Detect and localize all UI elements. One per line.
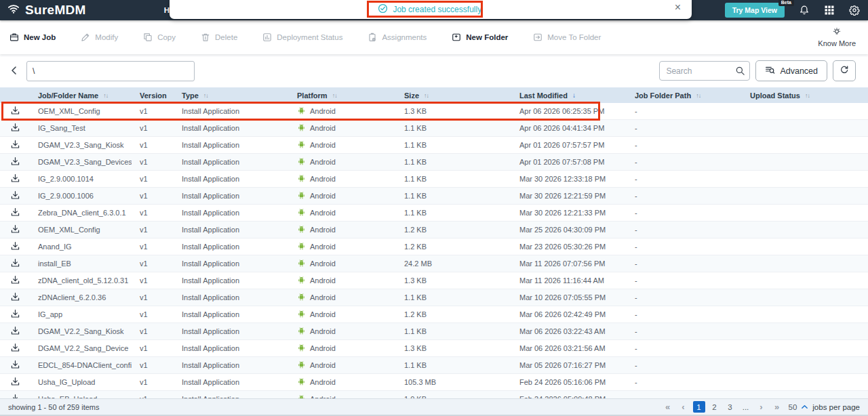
download-job-button[interactable]: [0, 275, 30, 287]
download-job-button[interactable]: [0, 123, 30, 134]
column-header-version[interactable]: Version: [132, 91, 174, 100]
folder-path-input[interactable]: [26, 61, 195, 81]
download-job-button[interactable]: [0, 343, 30, 354]
download-job-button[interactable]: [0, 292, 30, 304]
gear-icon[interactable]: [848, 5, 860, 16]
job-size: 1.1 KB: [396, 124, 511, 132]
download-job-button[interactable]: [0, 224, 30, 236]
job-type: Install Application: [174, 226, 289, 234]
table-row[interactable]: IG_2.9.000.1014v1Install ApplicationAndr…: [0, 171, 868, 188]
download-job-button[interactable]: [0, 207, 30, 219]
new-job-button[interactable]: New Job: [9, 33, 56, 42]
sort-icon[interactable]: ↑↓: [332, 92, 337, 99]
job-size: 1.1 KB: [396, 175, 511, 183]
refresh-button[interactable]: [833, 60, 856, 81]
table-row[interactable]: DGAM_V2.3_Sang_Devicesv1Install Applicat…: [0, 154, 868, 171]
chevron-left-icon[interactable]: [9, 66, 20, 77]
page-nav-button[interactable]: »: [771, 401, 783, 413]
download-job-button[interactable]: [0, 241, 30, 253]
table-row[interactable]: zDNAclient_6.2.0.36v1Install Application…: [0, 289, 868, 306]
page-number-button[interactable]: ...: [740, 401, 752, 413]
column-header-size[interactable]: Size↑↓: [396, 91, 511, 100]
table-row[interactable]: IG_appv1Install ApplicationAndroid1.2 KB…: [0, 306, 868, 323]
column-header-job-folder-path[interactable]: Job Folder Path↑↓: [627, 91, 742, 100]
chevron-up-icon[interactable]: [801, 403, 808, 411]
download-job-button[interactable]: [0, 394, 30, 399]
column-header-job-folder-name[interactable]: Job/Folder Name↑↓: [30, 91, 132, 100]
table-row[interactable]: OEM_XML_Configv1Install ApplicationAndro…: [0, 103, 868, 120]
column-label: Last Modified: [519, 91, 568, 100]
job-last-modified: Mar 30 2026 12:33:18 PM: [511, 175, 627, 183]
job-folder-path: -: [627, 243, 742, 251]
column-header-platform[interactable]: Platform↑↓: [289, 91, 396, 100]
know-more-button[interactable]: Know More: [818, 27, 856, 47]
download-job-button[interactable]: [0, 106, 30, 117]
download-icon: [10, 377, 20, 388]
job-type: Install Application: [174, 175, 289, 183]
column-header-type[interactable]: Type↑↓: [174, 91, 289, 100]
bell-icon[interactable]: [798, 5, 810, 16]
download-job-button[interactable]: [0, 173, 30, 185]
page-number-button[interactable]: 1: [693, 401, 705, 413]
table-row[interactable]: IG_Sang_Testv1Install ApplicationAndroid…: [0, 120, 868, 137]
download-job-button[interactable]: [0, 140, 30, 151]
job-size: 1.1 KB: [396, 158, 511, 166]
column-header-last-modified[interactable]: Last Modified↓: [511, 91, 627, 100]
close-icon[interactable]: ×: [675, 1, 681, 14]
per-page-count[interactable]: 50: [789, 403, 797, 411]
page-number-button[interactable]: 2: [709, 401, 721, 413]
table-row[interactable]: DGAM_V2.3_Sang_Kioskv1Install Applicatio…: [0, 137, 868, 154]
table-row[interactable]: zDNA_client_old_5.12.0.31v1Install Appli…: [0, 272, 868, 289]
job-name: DGAM_V2.2_Sang_Kiosk: [30, 327, 132, 335]
table-row[interactable]: DGAM_V2.2_Sang_Devicev1Install Applicati…: [0, 340, 868, 357]
download-job-button[interactable]: [0, 360, 30, 371]
download-job-button[interactable]: [0, 157, 30, 168]
table-row[interactable]: DGAM_V2.2_Sang_Kioskv1Install Applicatio…: [0, 323, 868, 340]
table-row[interactable]: Anand_IGv1Install ApplicationAndroid1.2 …: [0, 238, 868, 255]
job-type: Install Application: [174, 124, 289, 132]
assignments-button: Assignments: [368, 33, 427, 42]
job-size: 1.3 KB: [396, 107, 511, 115]
table-row[interactable]: OEM_XML_Configv1Install ApplicationAndro…: [0, 222, 868, 238]
download-job-button[interactable]: [0, 326, 30, 337]
job-name: zDNAclient_6.2.0.36: [30, 293, 132, 301]
sort-icon[interactable]: ↑↓: [805, 92, 810, 99]
download-job-button[interactable]: [0, 190, 30, 202]
download-icon: [10, 360, 20, 371]
job-name: Anand_IG: [30, 243, 132, 251]
download-icon: [10, 224, 20, 236]
page-number-button[interactable]: 3: [724, 401, 736, 413]
download-job-button[interactable]: [0, 258, 30, 270]
try-map-view-button[interactable]: Try Map View Beta: [725, 3, 785, 18]
table-row[interactable]: install_EBv1Install ApplicationAndroid24…: [0, 255, 868, 272]
page-nav-button[interactable]: ‹: [677, 401, 690, 413]
sort-desc-icon[interactable]: ↓: [572, 91, 576, 99]
job-platform: Android: [289, 225, 396, 235]
table-row[interactable]: Zebra_DNA_client_6.3.0.1v1Install Applic…: [0, 205, 868, 222]
job-platform: Android: [289, 377, 396, 388]
assignments-label: Assignments: [382, 33, 427, 41]
table-row[interactable]: EDCL_854-DNAClient_configv1Install Appli…: [0, 357, 868, 374]
apps-grid-icon[interactable]: [823, 5, 835, 16]
sort-icon[interactable]: ↑↓: [424, 92, 429, 99]
column-header-upload-status[interactable]: Upload Status↑↓: [742, 91, 868, 100]
table-row[interactable]: Usha_IG_Uploadv1Install ApplicationAndro…: [0, 374, 868, 391]
table-row[interactable]: IG_2.9.000.1006v1Install ApplicationAndr…: [0, 188, 868, 205]
advanced-search-button[interactable]: Advanced: [755, 60, 827, 81]
table-row[interactable]: Usha_EB_Uploadv1Install ApplicationAndro…: [0, 391, 868, 398]
new-folder-button[interactable]: New Folder: [452, 33, 508, 42]
page-nav-button[interactable]: ›: [755, 401, 768, 413]
job-platform: Android: [289, 293, 396, 303]
sort-icon[interactable]: ↑↓: [203, 92, 208, 99]
job-platform: Android: [289, 106, 396, 117]
android-icon: [297, 174, 306, 184]
job-platform: Android: [289, 344, 396, 354]
toast-message: Job created successfully.: [393, 5, 483, 14]
download-job-button[interactable]: [0, 377, 30, 388]
sort-icon[interactable]: ↑↓: [103, 92, 108, 99]
sort-icon[interactable]: ↑↓: [696, 92, 701, 99]
download-job-button[interactable]: [0, 309, 30, 320]
page-nav-button[interactable]: «: [662, 401, 674, 413]
android-icon: [297, 360, 306, 371]
delete-label: Delete: [215, 33, 237, 41]
